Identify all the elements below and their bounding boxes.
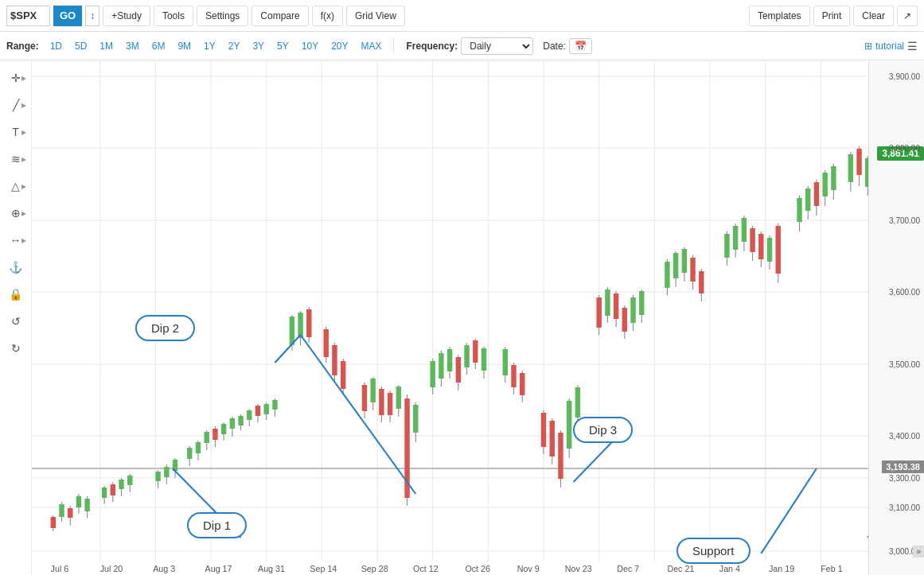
svg-rect-144 bbox=[682, 249, 687, 273]
svg-rect-86 bbox=[370, 379, 375, 402]
svg-rect-68 bbox=[264, 404, 269, 414]
range-6m[interactable]: 6M bbox=[147, 39, 170, 53]
svg-rect-104 bbox=[456, 357, 461, 383]
range-10y[interactable]: 10Y bbox=[297, 39, 323, 53]
svg-rect-118 bbox=[541, 413, 546, 447]
svg-text:Aug 31: Aug 31 bbox=[258, 565, 285, 573]
svg-rect-26 bbox=[51, 517, 56, 528]
price-label-3800: 3,800.00 bbox=[889, 144, 920, 153]
date-picker-button[interactable]: 📅 bbox=[569, 38, 592, 54]
fx-button[interactable]: f(x) bbox=[312, 6, 343, 26]
go-button[interactable]: GO bbox=[53, 6, 82, 26]
gridview-button[interactable]: Grid View bbox=[346, 6, 405, 26]
main-toolbar: GO ↕ +Study Tools Settings Compare f(x) … bbox=[0, 0, 924, 32]
chart-area[interactable]: Jul 6 Jul 20 Aug 3 Aug 17 Aug 31 Sep 14 … bbox=[32, 60, 924, 575]
tutorial-label: tutorial bbox=[875, 41, 904, 52]
svg-rect-128 bbox=[596, 297, 601, 328]
range-5y[interactable]: 5Y bbox=[272, 39, 294, 53]
svg-text:Sep 28: Sep 28 bbox=[361, 565, 388, 573]
compare-button[interactable]: Compare bbox=[251, 6, 308, 26]
price-label-3400: 3,400.00 bbox=[889, 432, 920, 441]
svg-rect-78 bbox=[324, 329, 329, 357]
drawing-tool[interactable]: ╱▶ bbox=[5, 94, 27, 116]
templates-button[interactable]: Templates bbox=[749, 6, 810, 26]
range-3y[interactable]: 3Y bbox=[248, 39, 269, 53]
range-2y[interactable]: 2Y bbox=[224, 39, 245, 53]
fibonacci-tool[interactable]: ≋▶ bbox=[5, 148, 27, 170]
svg-rect-112 bbox=[503, 349, 508, 375]
svg-rect-150 bbox=[724, 234, 729, 258]
svg-rect-170 bbox=[822, 173, 827, 196]
expand-arrows[interactable]: » bbox=[913, 546, 924, 558]
svg-rect-66 bbox=[255, 406, 260, 416]
range-9m[interactable]: 9M bbox=[173, 39, 196, 53]
print-button[interactable]: Print bbox=[813, 6, 851, 26]
svg-rect-38 bbox=[111, 484, 115, 495]
range-3m[interactable]: 3M bbox=[121, 39, 144, 53]
svg-rect-158 bbox=[758, 234, 763, 259]
svg-rect-42 bbox=[127, 476, 132, 485]
svg-text:Oct 26: Oct 26 bbox=[465, 565, 490, 573]
svg-rect-56 bbox=[212, 429, 217, 440]
price-label-3900: 3,900.00 bbox=[889, 72, 920, 81]
tools-button[interactable]: Tools bbox=[154, 6, 193, 26]
zoom-tool[interactable]: ⊕▶ bbox=[5, 202, 27, 224]
svg-rect-74 bbox=[298, 313, 302, 338]
anchor-tool[interactable]: ⚓ bbox=[5, 256, 27, 278]
clear-button[interactable]: Clear bbox=[853, 6, 894, 26]
study-button[interactable]: +Study bbox=[103, 6, 150, 26]
lock-tool[interactable]: 🔒 bbox=[5, 283, 27, 305]
range-1m[interactable]: 1M bbox=[95, 39, 118, 53]
svg-rect-58 bbox=[221, 424, 226, 434]
svg-text:Nov 23: Nov 23 bbox=[565, 565, 592, 573]
svg-rect-82 bbox=[341, 361, 345, 389]
svg-text:Aug 3: Aug 3 bbox=[153, 565, 175, 573]
svg-text:Jan 4: Jan 4 bbox=[719, 565, 740, 573]
range-max[interactable]: MAX bbox=[357, 39, 387, 53]
frequency-label: Frequency: bbox=[407, 41, 458, 52]
svg-rect-72 bbox=[290, 317, 294, 345]
svg-line-193 bbox=[574, 442, 612, 482]
svg-rect-80 bbox=[332, 345, 337, 375]
svg-rect-90 bbox=[388, 393, 392, 415]
svg-rect-140 bbox=[665, 262, 669, 288]
tutorial-link[interactable]: ⊞ tutorial bbox=[864, 41, 904, 52]
settings-button[interactable]: Settings bbox=[197, 6, 248, 26]
tutorial-icon: ⊞ bbox=[864, 41, 872, 52]
svg-rect-62 bbox=[238, 416, 243, 425]
left-toolbar: ✛▶ ╱▶ T▶ ≋▶ △▶ ⊕▶ ↔▶ ⚓ 🔒 ↺ ↻ bbox=[0, 60, 32, 575]
svg-rect-52 bbox=[196, 442, 201, 453]
range-1y[interactable]: 1Y bbox=[199, 39, 220, 53]
svg-text:Jul 20: Jul 20 bbox=[100, 565, 123, 573]
redo-tool[interactable]: ↻ bbox=[5, 337, 27, 359]
svg-rect-106 bbox=[464, 345, 469, 367]
measure-tool[interactable]: ↔▶ bbox=[5, 229, 27, 251]
svg-rect-96 bbox=[413, 405, 418, 433]
hamburger-icon[interactable]: ☰ bbox=[907, 40, 918, 52]
svg-rect-142 bbox=[673, 253, 678, 278]
svg-text:Dec 7: Dec 7 bbox=[617, 565, 639, 573]
svg-rect-164 bbox=[797, 198, 801, 222]
ticker-input[interactable] bbox=[6, 6, 50, 26]
svg-rect-154 bbox=[742, 218, 747, 242]
svg-rect-40 bbox=[119, 480, 123, 489]
svg-text:Jul 6: Jul 6 bbox=[51, 565, 69, 573]
svg-rect-124 bbox=[567, 401, 571, 449]
expand-button[interactable]: ↗ bbox=[897, 6, 918, 26]
svg-rect-148 bbox=[699, 271, 704, 293]
svg-rect-174 bbox=[848, 154, 853, 182]
frequency-select[interactable]: Daily Weekly Monthly bbox=[461, 37, 533, 55]
range-20y[interactable]: 20Y bbox=[326, 39, 353, 53]
svg-line-195 bbox=[761, 468, 817, 554]
undo-tool[interactable]: ↺ bbox=[5, 310, 27, 332]
chart-svg: Jul 6 Jul 20 Aug 3 Aug 17 Aug 31 Sep 14 … bbox=[32, 60, 924, 575]
crosshair-tool[interactable]: ✛▶ bbox=[5, 67, 27, 89]
shapes-tool[interactable]: △▶ bbox=[5, 175, 27, 197]
range-5d[interactable]: 5D bbox=[70, 39, 92, 53]
price-label-3700: 3,700.00 bbox=[889, 216, 920, 225]
range-1d[interactable]: 1D bbox=[45, 39, 67, 53]
svg-rect-130 bbox=[605, 289, 610, 316]
text-tool[interactable]: T▶ bbox=[5, 121, 27, 143]
arrows-button[interactable]: ↕ bbox=[85, 6, 99, 26]
svg-rect-28 bbox=[59, 504, 64, 517]
